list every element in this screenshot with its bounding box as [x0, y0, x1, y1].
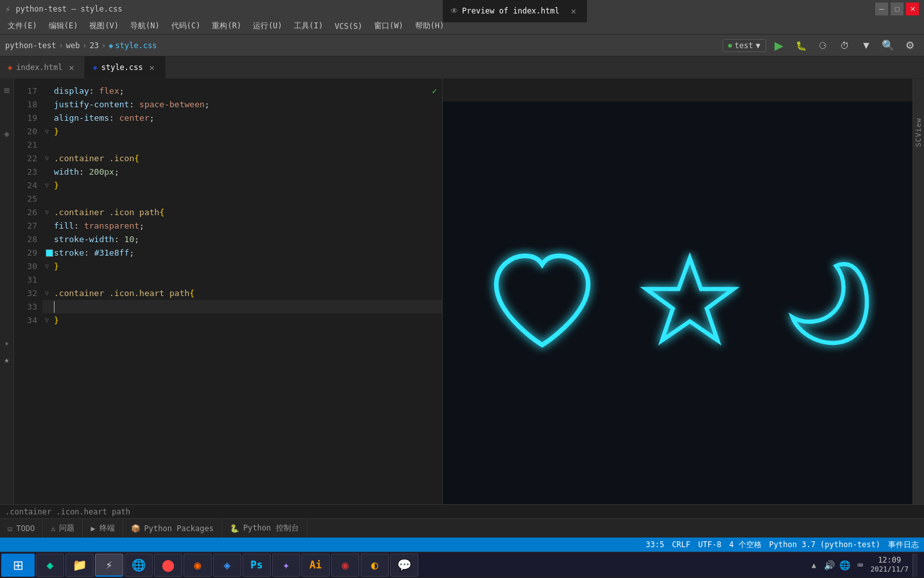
- breadcrumb-23[interactable]: 23: [90, 41, 99, 50]
- search-button[interactable]: 🔍: [879, 37, 897, 55]
- minimize-button[interactable]: ─: [875, 3, 888, 15]
- taskbar-clock[interactable]: 12:09 2021/11/7: [870, 556, 909, 575]
- menu-view[interactable]: 视图(V): [84, 19, 124, 33]
- menu-refactor[interactable]: 重构(R): [207, 19, 246, 33]
- gutter-icon-1[interactable]: ≡: [1, 84, 13, 96]
- debug-button[interactable]: 🐛: [792, 37, 810, 55]
- code-line-21: [42, 138, 442, 152]
- taskbar-wechat[interactable]: 💬: [390, 554, 418, 577]
- scview-label[interactable]: SCView: [914, 118, 923, 147]
- close-button[interactable]: ✕: [906, 3, 919, 15]
- maximize-button[interactable]: □: [891, 3, 903, 15]
- taskbar-app7[interactable]: ◈: [213, 554, 241, 577]
- bottom-tab-terminal[interactable]: ▶ 终端: [83, 519, 123, 538]
- status-event-log[interactable]: 事件日志: [888, 539, 919, 550]
- taskbar-app10[interactable]: ◉: [331, 554, 359, 577]
- code-line-26: ▽ .container .icon path{: [42, 206, 442, 219]
- preview-icon: 👁: [450, 6, 458, 15]
- tab-style-css[interactable]: ◈ style.css ✕: [85, 57, 165, 78]
- code-line-31: [42, 273, 442, 286]
- taskbar-chrome[interactable]: 🌐: [124, 554, 153, 577]
- status-encoding[interactable]: UTF-8: [698, 540, 721, 549]
- taskbar-ae[interactable]: ✦: [272, 554, 300, 577]
- tray-volume[interactable]: 🔊: [823, 559, 835, 572]
- menu-edit[interactable]: 编辑(E): [44, 19, 83, 33]
- code-line-24: ▽ }: [42, 179, 442, 192]
- terminal-icon: ▶: [90, 524, 95, 533]
- title-text: python-test – style.css: [15, 4, 122, 13]
- taskbar-app6[interactable]: ◉: [184, 554, 212, 577]
- code-line-25: [42, 192, 442, 206]
- taskbar-explorer[interactable]: 📁: [65, 554, 94, 577]
- code-line-18: justify-content: space-between;: [42, 98, 442, 111]
- bottom-tab-problems[interactable]: ⚠ 问题: [43, 519, 83, 538]
- heart-icon-preview: [484, 247, 600, 358]
- tab-preview-html[interactable]: 👁 Preview of index.html ✕: [443, 0, 587, 22]
- code-line-27: fill: transparent;: [42, 219, 442, 232]
- gutter-icon-2[interactable]: ◈: [1, 128, 13, 139]
- menu-run[interactable]: 运行(U): [248, 19, 287, 33]
- gutter-icon-3[interactable]: ✦: [1, 338, 13, 348]
- todo-label: TODO: [16, 524, 35, 533]
- breadcrumb-web[interactable]: web: [66, 41, 80, 50]
- code-content[interactable]: display: flex; ✓ justify-content: space-…: [40, 79, 442, 504]
- app10-icon: ◉: [342, 558, 349, 572]
- html-icon: ◈: [8, 63, 12, 72]
- editor-area[interactable]: 17 18 19 20 21 22 23 24 25 26 27 28 29 3…: [14, 79, 443, 504]
- status-bar: 33:5 CRLF UTF-8 4 个空格 Python 3.7 (python…: [0, 538, 924, 552]
- tray-arrow[interactable]: ▲: [807, 559, 820, 572]
- code-line-19: align-items: center;: [42, 111, 442, 125]
- menu-navigate[interactable]: 导航(N): [125, 19, 165, 33]
- run-config-selector[interactable]: ● test ▼: [723, 39, 766, 52]
- tab-label-index: index.html: [16, 63, 62, 72]
- bottom-breadcrumb: .container .icon.heart path: [0, 504, 924, 518]
- app-icon: ⚡: [5, 4, 10, 14]
- status-python-version[interactable]: Python 3.7 (python-test): [769, 540, 880, 549]
- app6-icon: ◉: [194, 558, 201, 572]
- close-tab-style[interactable]: ✕: [147, 62, 157, 73]
- tab-index-html[interactable]: ◈ index.html ✕: [0, 57, 85, 78]
- tab-bar: ◈ index.html ✕ ◈ style.css ✕ 👁 Preview o…: [0, 57, 924, 79]
- menu-vcs[interactable]: VCS(S): [330, 21, 368, 32]
- taskbar-jetbrains[interactable]: ◆: [36, 554, 64, 577]
- more-run-button[interactable]: ▼: [857, 37, 875, 55]
- bottom-tab-python-packages[interactable]: 📦 Python Packages: [123, 519, 222, 538]
- bottom-tab-python-console[interactable]: 🐍 Python 控制台: [222, 519, 307, 538]
- show-desktop-button[interactable]: [912, 554, 918, 577]
- warning-icon: ⚠: [51, 524, 55, 533]
- close-tab-index[interactable]: ✕: [66, 62, 76, 73]
- menu-tools[interactable]: 工具(I): [289, 19, 329, 33]
- gutter-icon-4[interactable]: ★: [1, 355, 13, 365]
- menu-code[interactable]: 代码(C): [166, 19, 206, 33]
- taskbar-ai[interactable]: Ai: [302, 554, 330, 577]
- breadcrumb-path: .container .icon.heart path: [5, 507, 130, 516]
- code-line-28: stroke-width: 10;: [42, 232, 442, 246]
- app5-icon: ⬤: [162, 558, 175, 572]
- jetbrains-icon: ◆: [47, 558, 54, 572]
- menu-file[interactable]: 文件(E): [3, 19, 42, 33]
- preview-area: [443, 101, 924, 504]
- profile-button[interactable]: ⏱: [835, 37, 853, 55]
- breadcrumb-project[interactable]: python-test: [5, 41, 56, 50]
- tray-network[interactable]: 🌐: [838, 559, 851, 572]
- taskbar-pycharm[interactable]: ⚡: [95, 554, 123, 577]
- taskbar-ps[interactable]: Ps: [243, 554, 271, 577]
- taskbar-app11[interactable]: ◐: [361, 554, 389, 577]
- taskbar-app5[interactable]: ⬤: [154, 554, 182, 577]
- status-indent[interactable]: 4 个空格: [729, 539, 761, 550]
- status-position[interactable]: 33:5: [646, 540, 664, 549]
- breadcrumb-file[interactable]: ◈style.css: [108, 41, 157, 50]
- settings-button[interactable]: ⚙: [901, 37, 919, 55]
- python-console-icon: 🐍: [230, 524, 239, 533]
- close-preview-tab[interactable]: ✕: [569, 6, 579, 16]
- start-button[interactable]: ⊞: [1, 554, 35, 577]
- status-line-ending[interactable]: CRLF: [672, 540, 690, 549]
- run-button[interactable]: ▶: [770, 37, 788, 55]
- tray-keyboard[interactable]: ⌨: [853, 559, 866, 572]
- code-line-17: display: flex; ✓: [42, 84, 442, 98]
- toolbar: python-test › web › 23 › ◈style.css ● te…: [0, 35, 924, 57]
- color-swatch[interactable]: [46, 249, 53, 257]
- menu-window[interactable]: 窗口(W): [369, 19, 409, 33]
- bottom-tab-todo[interactable]: ☑ TODO: [0, 519, 43, 538]
- coverage-button[interactable]: ⚆: [814, 37, 832, 55]
